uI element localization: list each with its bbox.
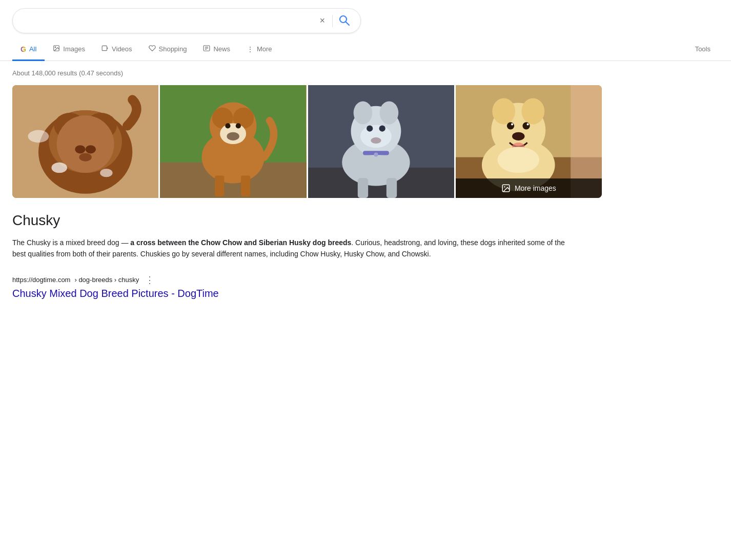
svg-point-38 — [353, 102, 372, 125]
nav-tabs: G All Images Videos Shopping — [0, 38, 731, 61]
svg-point-18 — [79, 153, 91, 161]
tools-label: Tools — [695, 45, 710, 53]
tab-videos[interactable]: Videos — [93, 38, 140, 61]
news-icon — [203, 45, 210, 53]
tab-news[interactable]: News — [195, 38, 238, 61]
image-cell-4[interactable]: More images — [456, 85, 602, 198]
svg-point-42 — [379, 125, 385, 131]
svg-point-47 — [374, 152, 378, 156]
svg-point-3 — [55, 47, 56, 48]
tab-images[interactable]: Images — [45, 38, 93, 61]
image-cell-2[interactable] — [160, 85, 306, 198]
svg-point-31 — [236, 123, 241, 128]
tab-all[interactable]: G All — [12, 39, 45, 61]
svg-point-54 — [521, 98, 544, 124]
svg-point-19 — [51, 163, 67, 173]
svg-point-56 — [522, 122, 530, 129]
search-bar: chusky × — [12, 8, 361, 33]
svg-point-41 — [367, 125, 373, 131]
tab-tools[interactable]: Tools — [687, 39, 719, 61]
svg-rect-45 — [386, 178, 396, 198]
svg-point-59 — [512, 132, 524, 141]
source-url-row: https://dogtime.com › dog-breeds › chusk… — [12, 274, 577, 286]
svg-rect-44 — [357, 178, 368, 198]
result-count: About 148,000 results (0.47 seconds) — [0, 61, 731, 81]
svg-marker-5 — [107, 47, 108, 50]
svg-rect-33 — [241, 175, 250, 196]
tab-videos-label: Videos — [112, 45, 132, 53]
svg-point-20 — [100, 169, 112, 177]
svg-point-29 — [227, 132, 239, 141]
svg-point-57 — [511, 123, 513, 125]
source-menu-icon[interactable]: ⋮ — [145, 274, 154, 286]
tab-images-label: Images — [63, 45, 85, 53]
tab-more[interactable]: ⋮ More — [238, 39, 280, 61]
tab-shopping-label: Shopping — [159, 45, 187, 53]
shopping-icon — [149, 45, 156, 53]
search-icon[interactable] — [338, 14, 350, 28]
all-icon: G — [21, 45, 26, 53]
entity-title: Chusky — [0, 202, 731, 233]
svg-point-15 — [57, 115, 114, 173]
svg-point-58 — [526, 123, 529, 125]
tab-all-label: All — [29, 45, 36, 53]
svg-point-43 — [371, 137, 381, 144]
search-bar-container: chusky × — [0, 0, 731, 33]
svg-point-39 — [379, 102, 398, 125]
breadcrumb: › dog-breeds › chusky — [74, 276, 139, 284]
svg-point-17 — [86, 145, 96, 153]
tab-more-label: More — [257, 45, 272, 53]
svg-point-16 — [75, 145, 85, 153]
divider — [332, 15, 333, 27]
svg-point-55 — [507, 122, 514, 129]
svg-rect-4 — [102, 46, 107, 50]
description-plain: The Chusky is a mixed breed dog — — [12, 238, 130, 247]
result-title-link[interactable]: Chusky Mixed Dog Breed Pictures - DogTim… — [12, 288, 577, 299]
more-icon: ⋮ — [247, 45, 254, 53]
source-domain: https://dogtime.com — [12, 276, 70, 284]
image-cell-1[interactable] — [12, 85, 158, 198]
svg-point-40 — [360, 125, 391, 148]
tab-news-label: News — [213, 45, 230, 53]
svg-point-63 — [504, 186, 505, 187]
videos-icon — [101, 45, 109, 53]
entity-description: The Chusky is a mixed breed dog — a cros… — [0, 233, 590, 264]
svg-point-61 — [497, 147, 539, 173]
more-images-label: More images — [515, 184, 556, 192]
svg-rect-32 — [215, 175, 224, 196]
more-images-button[interactable]: More images — [456, 178, 602, 198]
svg-point-30 — [226, 123, 231, 128]
images-strip[interactable]: More images — [12, 85, 602, 198]
svg-point-21 — [28, 130, 49, 143]
images-icon — [53, 45, 60, 53]
image-cell-3[interactable] — [308, 85, 454, 198]
clear-button[interactable]: × — [317, 15, 327, 26]
source-result: https://dogtime.com › dog-breeds › chusk… — [0, 264, 590, 304]
tab-shopping[interactable]: Shopping — [140, 38, 195, 61]
search-input[interactable]: chusky — [23, 16, 312, 26]
svg-line-1 — [346, 22, 350, 26]
svg-point-53 — [492, 98, 515, 124]
description-bold: a cross between the Chow Chow and Siberi… — [130, 238, 351, 247]
